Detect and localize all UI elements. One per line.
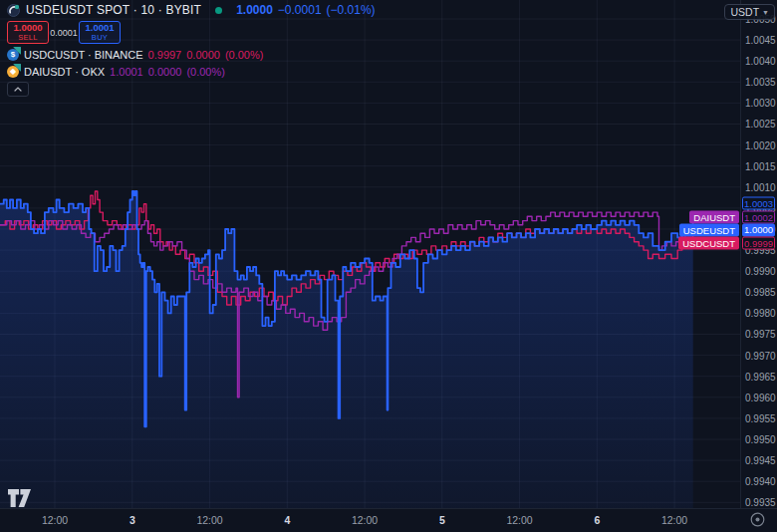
buy-label: BUY: [92, 33, 108, 42]
compare-change: 0.0000: [186, 49, 220, 61]
price-axis[interactable]: 1.00501.00451.00401.00351.00301.00251.00…: [740, 0, 777, 508]
buy-button[interactable]: 1.0001 BUY: [79, 21, 121, 44]
time-tick-label: 12:00: [196, 514, 222, 526]
price-tick-label: 0.9990: [745, 266, 776, 277]
price-tick-label: 0.9940: [745, 476, 776, 487]
price-tick-label: 1.0020: [745, 139, 776, 150]
price-tick-label: 0.9975: [745, 329, 776, 340]
last-price-label: 1.0002: [742, 211, 775, 224]
collapse-legend-button[interactable]: [7, 82, 29, 97]
last-price: 1.0000: [236, 3, 273, 17]
price-tick-label: 1.0040: [745, 56, 776, 67]
sell-price: 1.0000: [13, 23, 42, 33]
compare-values: 0.9997 0.0000 (0.00%): [148, 49, 264, 61]
sell-label: SELL: [18, 33, 38, 42]
trade-buttons-row: 1.0000 SELL 0.0001 1.0001 BUY: [7, 21, 376, 44]
price-change: −0.0001: [278, 3, 322, 17]
price-change-percent: (−0.01%): [327, 3, 376, 17]
compare-change: 0.0000: [148, 66, 182, 78]
price-tick-label: 1.0035: [745, 77, 776, 88]
time-tick-label: 12:00: [506, 514, 532, 526]
scale-settings-icon[interactable]: [749, 511, 766, 528]
compare-row-daiusdt[interactable]: ◆ DAIUSDT · OKX 1.0001 0.0000 (0.00%): [7, 65, 376, 78]
compare-change-percent: (0.00%): [186, 66, 225, 78]
trading-chart-app: 1.00501.00451.00401.00351.00301.00251.00…: [0, 0, 777, 532]
series-usdeusdt-area: [0, 191, 693, 508]
symbol-title-row: USDEUSDT SPOT · 10 · BYBIT 1.0000 −0.000…: [7, 2, 376, 18]
compare-row-usdcusdt[interactable]: $ USDCUSDT · BINANCE 0.9997 0.0000 (0.00…: [7, 48, 376, 61]
price-tick-label: 0.9985: [745, 287, 776, 298]
price-tick-label: 0.9950: [745, 434, 776, 445]
price-tick-label: 0.9955: [745, 412, 776, 423]
price-tick-label: 0.9935: [745, 497, 776, 508]
time-tick-label: 5: [439, 514, 445, 526]
price-tick-label: 0.9970: [745, 350, 776, 361]
dai-coin-icon: ◆: [7, 66, 19, 78]
last-price-label: 1.0003: [742, 197, 775, 210]
symbol-title[interactable]: USDEUSDT SPOT · 10 · BYBIT: [26, 3, 201, 17]
compare-symbol-name[interactable]: USDCUSDT · BINANCE: [24, 49, 143, 61]
last-price-group: 1.0000 −0.0001 (−0.01%): [236, 3, 375, 17]
compare-values: 1.0001 0.0000 (0.00%): [110, 66, 225, 78]
compare-symbol-name[interactable]: DAIUSDT · OKX: [24, 66, 105, 78]
price-tick-label: 1.0025: [745, 119, 776, 130]
compare-last: 0.9997: [148, 49, 182, 61]
price-tick-label: 0.9980: [745, 308, 776, 319]
price-tick-label: 0.9965: [745, 371, 776, 382]
time-tick-label: 12:00: [42, 514, 68, 526]
tradingview-logo[interactable]: [8, 489, 32, 507]
compare-last: 1.0001: [110, 66, 143, 78]
time-tick-label: 12:00: [661, 514, 687, 526]
time-tick-label: 4: [284, 514, 290, 526]
buy-price: 1.0001: [85, 23, 114, 33]
market-status-icon[interactable]: [215, 7, 222, 14]
currency-label: USDT: [730, 6, 759, 18]
time-tick-label: 3: [130, 514, 135, 526]
time-tick-label: 12:00: [352, 514, 378, 526]
series-tag-label-daiusdt: DAIUSDT: [689, 211, 739, 224]
time-tick-label: 6: [594, 514, 600, 526]
price-tick-label: 0.9960: [745, 392, 776, 402]
price-tick-label: 1.0015: [745, 160, 776, 171]
price-tick-label: 1.0010: [745, 181, 776, 192]
spread-value: 0.0001: [49, 28, 79, 38]
chevron-down-icon: ▼: [762, 9, 769, 16]
price-tick-label: 1.0045: [745, 35, 776, 46]
currency-dropdown-button[interactable]: USDT ▼: [724, 4, 775, 20]
last-price-label: 0.9999: [742, 237, 775, 250]
chevron-up-icon: [14, 87, 22, 92]
time-axis[interactable]: 12:00312:00412:00512:00612:00: [0, 508, 777, 532]
price-tick-label: 0.9945: [745, 455, 776, 466]
symbol-logo-icon: [7, 4, 20, 17]
price-tick-label: 1.0030: [745, 98, 776, 109]
sell-button[interactable]: 1.0000 SELL: [7, 21, 49, 44]
last-price-label: 1.0000: [742, 224, 775, 237]
compare-change-percent: (0.00%): [225, 49, 264, 61]
chart-header: USDEUSDT SPOT · 10 · BYBIT 1.0000 −0.000…: [7, 2, 376, 97]
usdc-coin-icon: $: [7, 49, 19, 61]
mini-arrow-icon: [13, 47, 21, 55]
series-tag-label-usdcusdt: USDCUSDT: [678, 237, 739, 250]
series-tag-label-usdeusdt: USDEUSDT: [679, 224, 739, 237]
mini-arrow-icon: [13, 64, 21, 72]
